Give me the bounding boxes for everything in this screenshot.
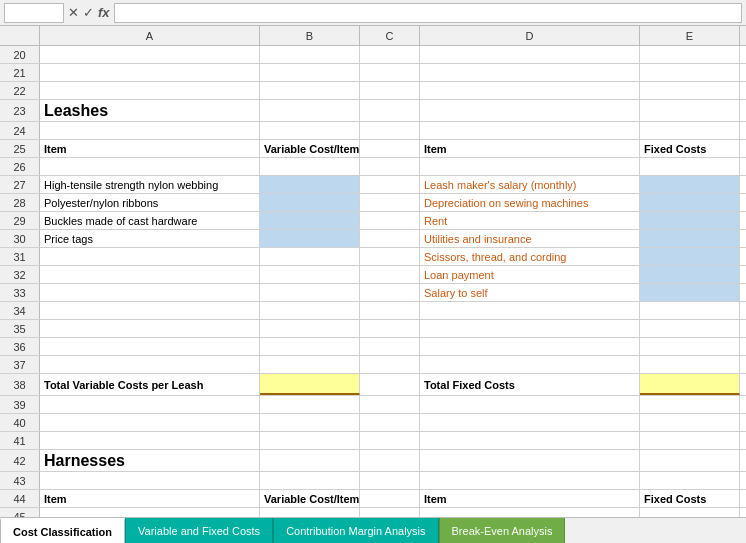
cell-d-38[interactable]: Total Fixed Costs [420, 374, 640, 395]
cell-c-36[interactable] [360, 338, 420, 355]
cell-c-39[interactable] [360, 396, 420, 413]
cell-a-21[interactable] [40, 64, 260, 81]
cell-b-21[interactable] [260, 64, 360, 81]
cell-c-32[interactable] [360, 266, 420, 283]
cell-a-20[interactable] [40, 46, 260, 63]
cell-e-37[interactable] [640, 356, 740, 373]
cell-b-28[interactable] [260, 194, 360, 211]
cell-b-22[interactable] [260, 82, 360, 99]
cell-e-34[interactable] [640, 302, 740, 319]
cell-a-22[interactable] [40, 82, 260, 99]
cell-e-23[interactable] [640, 100, 740, 121]
cell-c-37[interactable] [360, 356, 420, 373]
cell-a-40[interactable] [40, 414, 260, 431]
cell-c-42[interactable] [360, 450, 420, 471]
cell-b-37[interactable] [260, 356, 360, 373]
cell-d-24[interactable] [420, 122, 640, 139]
cell-e-20[interactable] [640, 46, 740, 63]
cell-d-23[interactable] [420, 100, 640, 121]
cell-e-30[interactable] [640, 230, 740, 247]
cell-d-25[interactable]: Item [420, 140, 640, 157]
cell-reference[interactable] [4, 3, 64, 23]
cell-a-27[interactable]: High-tensile strength nylon webbing [40, 176, 260, 193]
cell-a-29[interactable]: Buckles made of cast hardware [40, 212, 260, 229]
cell-d-28[interactable]: Depreciation on sewing machines [420, 194, 640, 211]
cell-b-42[interactable] [260, 450, 360, 471]
cell-e-22[interactable] [640, 82, 740, 99]
cell-c-34[interactable] [360, 302, 420, 319]
cell-a-26[interactable] [40, 158, 260, 175]
cell-d-39[interactable] [420, 396, 640, 413]
cell-a-35[interactable] [40, 320, 260, 337]
tab-contribution-margin[interactable]: Contribution Margin Analysis [273, 518, 438, 521]
cell-c-21[interactable] [360, 64, 420, 81]
cell-e-39[interactable] [640, 396, 740, 413]
cell-a-31[interactable] [40, 248, 260, 265]
cell-e-33[interactable] [640, 284, 740, 301]
cell-c-24[interactable] [360, 122, 420, 139]
cell-c-41[interactable] [360, 432, 420, 449]
cell-b-26[interactable] [260, 158, 360, 175]
cell-d-30[interactable]: Utilities and insurance [420, 230, 640, 247]
cell-b-44[interactable]: Variable Cost/Item [260, 490, 360, 507]
cell-b-32[interactable] [260, 266, 360, 283]
cell-a-43[interactable] [40, 472, 260, 489]
cell-b-38[interactable] [260, 374, 360, 395]
cell-b-43[interactable] [260, 472, 360, 489]
cancel-icon[interactable]: ✕ [68, 5, 79, 20]
cell-a-25[interactable]: Item [40, 140, 260, 157]
cell-e-43[interactable] [640, 472, 740, 489]
cell-e-28[interactable] [640, 194, 740, 211]
fx-icon[interactable]: fx [98, 5, 110, 20]
cell-d-33[interactable]: Salary to self [420, 284, 640, 301]
cell-c-44[interactable] [360, 490, 420, 507]
cell-c-27[interactable] [360, 176, 420, 193]
cell-b-20[interactable] [260, 46, 360, 63]
cell-b-29[interactable] [260, 212, 360, 229]
cell-c-28[interactable] [360, 194, 420, 211]
cell-d-29[interactable]: Rent [420, 212, 640, 229]
cell-b-30[interactable] [260, 230, 360, 247]
cell-c-20[interactable] [360, 46, 420, 63]
cell-c-40[interactable] [360, 414, 420, 431]
cell-d-34[interactable] [420, 302, 640, 319]
cell-e-25[interactable]: Fixed Costs [640, 140, 740, 157]
cell-b-35[interactable] [260, 320, 360, 337]
cell-e-31[interactable] [640, 248, 740, 265]
cell-e-38[interactable] [640, 374, 740, 395]
cell-a-28[interactable]: Polyester/nylon ribbons [40, 194, 260, 211]
cell-e-24[interactable] [640, 122, 740, 139]
tab-variable-fixed-costs[interactable]: Variable and Fixed Costs [125, 518, 273, 521]
cell-a-30[interactable]: Price tags [40, 230, 260, 247]
cell-e-40[interactable] [640, 414, 740, 431]
cell-c-29[interactable] [360, 212, 420, 229]
cell-c-23[interactable] [360, 100, 420, 121]
cell-a-33[interactable] [40, 284, 260, 301]
cell-e-42[interactable] [640, 450, 740, 471]
cell-e-32[interactable] [640, 266, 740, 283]
cell-e-21[interactable] [640, 64, 740, 81]
cell-a-23[interactable]: Leashes [40, 100, 260, 121]
cell-d-31[interactable]: Scissors, thread, and cording [420, 248, 640, 265]
cell-b-25[interactable]: Variable Cost/Item [260, 140, 360, 157]
cell-b-39[interactable] [260, 396, 360, 413]
cell-b-34[interactable] [260, 302, 360, 319]
cell-b-33[interactable] [260, 284, 360, 301]
cell-b-23[interactable] [260, 100, 360, 121]
cell-d-27[interactable]: Leash maker's salary (monthly) [420, 176, 640, 193]
col-header-a[interactable]: A [40, 26, 260, 45]
cell-b-27[interactable] [260, 176, 360, 193]
cell-c-22[interactable] [360, 82, 420, 99]
cell-c-30[interactable] [360, 230, 420, 247]
cell-d-44[interactable]: Item [420, 490, 640, 507]
cell-e-41[interactable] [640, 432, 740, 449]
cell-d-20[interactable] [420, 46, 640, 63]
cell-a-36[interactable] [40, 338, 260, 355]
cell-e-26[interactable] [640, 158, 740, 175]
cell-e-29[interactable] [640, 212, 740, 229]
cell-b-41[interactable] [260, 432, 360, 449]
cell-a-24[interactable] [40, 122, 260, 139]
col-header-b[interactable]: B [260, 26, 360, 45]
cell-e-44[interactable]: Fixed Costs [640, 490, 740, 507]
col-header-e[interactable]: E [640, 26, 740, 45]
